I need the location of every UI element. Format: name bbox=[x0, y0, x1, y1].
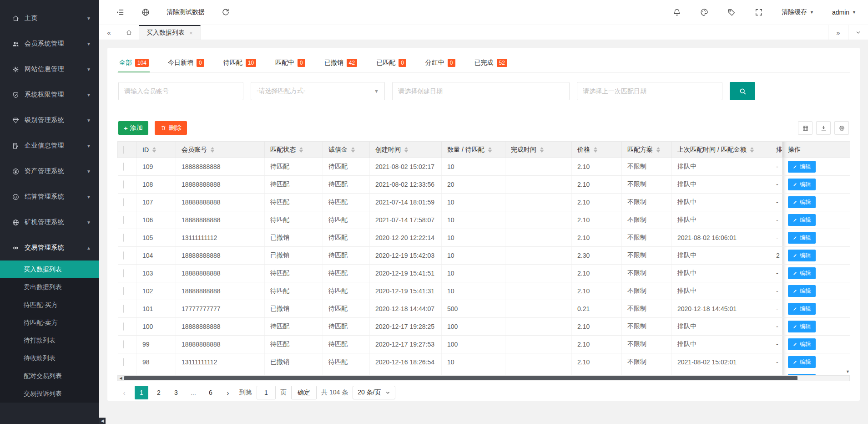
clear-cache-dropdown[interactable]: 清除缓存▼ bbox=[782, 8, 814, 16]
edit-button[interactable]: 编辑 bbox=[788, 285, 816, 297]
filter-tab-2[interactable]: 待匹配10 bbox=[222, 55, 257, 72]
row-checkbox[interactable] bbox=[123, 322, 124, 331]
row-checkbox[interactable] bbox=[123, 198, 124, 206]
column-header-4[interactable]: 创建时间 bbox=[370, 142, 442, 158]
sidebar-subitem-pending-receipt[interactable]: 待收款列表 bbox=[0, 349, 99, 367]
sidebar-item-assets[interactable]: 资产管理系统▼ bbox=[0, 158, 99, 184]
tag-icon[interactable] bbox=[727, 8, 736, 17]
edit-button[interactable]: 编辑 bbox=[788, 250, 816, 261]
row-checkbox[interactable] bbox=[123, 358, 124, 366]
home-tab[interactable] bbox=[119, 25, 139, 40]
next-page-button[interactable]: › bbox=[221, 386, 235, 399]
row-checkbox[interactable] bbox=[123, 216, 124, 224]
edit-button[interactable]: 编辑 bbox=[788, 356, 816, 368]
member-account-input[interactable] bbox=[118, 82, 243, 100]
sidebar-item-miners[interactable]: 矿机管理系统▼ bbox=[0, 209, 99, 235]
sidebar-subitem-complaints[interactable]: 交易投诉列表 bbox=[0, 385, 99, 403]
last-match-date-input[interactable] bbox=[577, 82, 722, 100]
edit-button[interactable]: 编辑 bbox=[788, 267, 816, 279]
tabs-scroll-left-button[interactable]: « bbox=[99, 25, 119, 40]
column-header-5[interactable]: 数量 / 待匹配 bbox=[442, 142, 505, 158]
per-page-select[interactable]: 20 条/页 bbox=[353, 386, 395, 399]
sort-icon[interactable] bbox=[351, 147, 355, 153]
sort-icon[interactable] bbox=[152, 147, 156, 153]
row-checkbox[interactable] bbox=[123, 287, 124, 295]
delete-button[interactable]: 删除 bbox=[155, 121, 187, 135]
sidebar-subitem-paired-trades[interactable]: 配对交易列表 bbox=[0, 367, 99, 385]
sidebar-subitem-buy-list[interactable]: 买入数据列表 bbox=[0, 261, 99, 278]
sort-icon[interactable] bbox=[656, 147, 660, 153]
tabs-menu-button[interactable] bbox=[848, 25, 868, 40]
filter-tab-5[interactable]: 已匹配0 bbox=[375, 55, 407, 72]
page-scroll-left-arrow[interactable]: ◀ bbox=[99, 418, 106, 424]
sidebar-item-levels[interactable]: 级别管理系统▼ bbox=[0, 107, 99, 133]
clear-test-data-button[interactable]: 清除测试数据 bbox=[167, 8, 205, 16]
filter-tab-7[interactable]: 已完成52 bbox=[474, 55, 508, 72]
goto-confirm-button[interactable]: 确定 bbox=[291, 386, 317, 399]
edit-button[interactable]: 编辑 bbox=[788, 179, 816, 190]
sidebar-item-enterprise[interactable]: 企业信息管理▼ bbox=[0, 133, 99, 158]
page-button-2[interactable]: 2 bbox=[152, 386, 166, 399]
scrollbar-thumb[interactable] bbox=[124, 376, 797, 380]
column-header-8[interactable]: 匹配方案 bbox=[622, 142, 672, 158]
sidebar-item-members[interactable]: 会员系统管理▼ bbox=[0, 31, 99, 56]
column-header-9[interactable]: 上次匹配时间 / 匹配金额 bbox=[672, 142, 774, 158]
row-checkbox[interactable] bbox=[123, 163, 124, 171]
sort-icon[interactable] bbox=[488, 147, 492, 153]
sort-icon[interactable] bbox=[299, 147, 303, 153]
filter-tab-1[interactable]: 今日新增0 bbox=[167, 55, 205, 72]
print-icon[interactable] bbox=[834, 121, 849, 135]
row-checkbox[interactable] bbox=[123, 251, 124, 260]
match-mode-select[interactable]: -请选择匹配方式- ▼ bbox=[251, 82, 385, 100]
column-header-6[interactable]: 完成时间 bbox=[505, 142, 572, 158]
sort-icon[interactable] bbox=[211, 147, 214, 153]
filter-tab-0[interactable]: 全部104 bbox=[118, 55, 150, 72]
prev-page-button[interactable]: ‹ bbox=[117, 386, 131, 399]
sidebar-subitem-sell-list[interactable]: 卖出数据列表 bbox=[0, 278, 99, 296]
sidebar-subitem-pending-payment[interactable]: 待打款列表 bbox=[0, 332, 99, 349]
sidebar-item-home[interactable]: 主页▼ bbox=[0, 5, 99, 31]
filter-tab-3[interactable]: 匹配中0 bbox=[274, 55, 306, 72]
sidebar-subitem-pending-seller[interactable]: 待匹配-卖方 bbox=[0, 314, 99, 332]
filter-tab-6[interactable]: 分红中0 bbox=[424, 55, 456, 72]
sort-icon[interactable] bbox=[750, 147, 754, 153]
bell-icon[interactable] bbox=[672, 8, 681, 17]
column-header-3[interactable]: 诚信金 bbox=[323, 142, 370, 158]
page-button-3[interactable]: 3 bbox=[169, 386, 183, 399]
vertical-scroll-down-arrow[interactable]: ▼ bbox=[846, 369, 850, 374]
menu-fold-icon[interactable] bbox=[116, 8, 125, 17]
page-button-1[interactable]: 1 bbox=[135, 386, 148, 399]
page-button-6[interactable]: 6 bbox=[204, 386, 217, 399]
select-all-checkbox[interactable] bbox=[123, 146, 124, 154]
sidebar-item-site-info[interactable]: 网站信息管理▼ bbox=[0, 56, 99, 82]
create-date-input[interactable] bbox=[392, 82, 570, 100]
edit-button[interactable]: 编辑 bbox=[788, 196, 816, 208]
columns-filter-icon[interactable] bbox=[798, 121, 812, 135]
user-dropdown[interactable]: admin▼ bbox=[832, 9, 856, 16]
edit-button[interactable]: 编辑 bbox=[788, 338, 816, 350]
filter-tab-4[interactable]: 已撤销42 bbox=[323, 55, 358, 72]
horizontal-scrollbar[interactable]: ◀ bbox=[117, 375, 850, 381]
edit-button[interactable]: 编辑 bbox=[788, 303, 816, 315]
edit-button[interactable]: 编辑 bbox=[788, 214, 816, 226]
tabs-scroll-right-button[interactable]: » bbox=[828, 25, 848, 40]
tab-buy-data-list[interactable]: 买入数据列表 × bbox=[139, 25, 201, 40]
column-header-0[interactable]: ID bbox=[137, 142, 176, 158]
column-header-1[interactable]: 会员账号 bbox=[176, 142, 265, 158]
sort-icon[interactable] bbox=[540, 147, 544, 153]
add-button[interactable]: +添加 bbox=[118, 121, 148, 135]
sort-icon[interactable] bbox=[404, 147, 408, 153]
close-tab-icon[interactable]: × bbox=[189, 30, 193, 36]
row-checkbox[interactable] bbox=[123, 269, 124, 277]
fullscreen-icon[interactable] bbox=[754, 8, 763, 17]
edit-button[interactable]: 编辑 bbox=[788, 321, 816, 332]
row-checkbox[interactable] bbox=[123, 340, 124, 348]
column-header-7[interactable]: 价格 bbox=[572, 142, 622, 158]
sort-icon[interactable] bbox=[594, 147, 597, 153]
scroll-left-arrow[interactable]: ◀ bbox=[118, 376, 124, 381]
sidebar-item-permissions[interactable]: 系统权限管理▼ bbox=[0, 82, 99, 107]
edit-button[interactable]: 编辑 bbox=[788, 232, 816, 244]
edit-button[interactable]: 编辑 bbox=[788, 374, 816, 375]
refresh-icon[interactable] bbox=[221, 8, 230, 17]
sidebar-subitem-pending-buyer[interactable]: 待匹配-买方 bbox=[0, 296, 99, 314]
